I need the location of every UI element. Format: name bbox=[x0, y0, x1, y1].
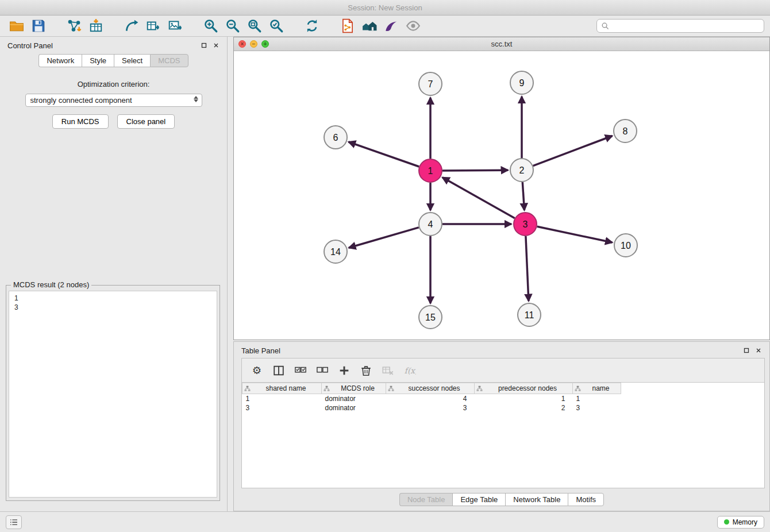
edge-3-10[interactable] bbox=[537, 226, 613, 242]
zoom-window-button[interactable]: + bbox=[261, 40, 269, 48]
delete-table-button[interactable] bbox=[379, 363, 397, 378]
table-tab-motifs[interactable]: Motifs bbox=[568, 493, 604, 506]
document-share-button[interactable] bbox=[337, 17, 359, 34]
brush-button[interactable] bbox=[380, 17, 402, 34]
search-input[interactable] bbox=[613, 22, 760, 30]
column-header-MCDS-role[interactable]: MCDS role bbox=[322, 383, 386, 394]
node-7[interactable]: 7 bbox=[419, 72, 442, 95]
minimize-window-button[interactable]: − bbox=[250, 40, 257, 48]
search-box[interactable] bbox=[596, 19, 764, 33]
control-panel-tabs: NetworkStyleSelectMCDS bbox=[0, 54, 227, 67]
toolbar-group bbox=[337, 17, 424, 34]
export-network-button[interactable] bbox=[121, 17, 143, 34]
column-header-successor-nodes[interactable]: successor nodes bbox=[386, 383, 475, 394]
eye-button[interactable] bbox=[402, 17, 424, 34]
edge-1-2[interactable] bbox=[442, 170, 508, 171]
tab-select[interactable]: Select bbox=[114, 54, 150, 67]
table-tab-node-table[interactable]: Node Table bbox=[399, 493, 453, 506]
node-15[interactable]: 15 bbox=[419, 306, 442, 329]
add-button[interactable] bbox=[335, 363, 353, 378]
edge-4-14[interactable] bbox=[349, 228, 419, 248]
split-panel-button[interactable] bbox=[270, 363, 288, 378]
column-header-predecessor-nodes[interactable]: predecessor nodes bbox=[475, 383, 573, 394]
close-window-button[interactable]: × bbox=[238, 40, 246, 48]
close-panel-button[interactable]: Close panel bbox=[117, 114, 175, 129]
tab-style[interactable]: Style bbox=[82, 54, 114, 67]
edge-3-1[interactable] bbox=[442, 178, 515, 218]
panel-list-button[interactable] bbox=[6, 515, 22, 529]
table-panel-float-button[interactable] bbox=[743, 347, 750, 354]
run-mcds-button[interactable]: Run MCDS bbox=[52, 114, 109, 129]
tab-mcds[interactable]: MCDS bbox=[150, 54, 188, 67]
table-area: ⚙f(x) shared nameMCDS rolesuccessor node… bbox=[241, 358, 765, 488]
tab-network[interactable]: Network bbox=[38, 54, 82, 67]
select-all-button[interactable] bbox=[291, 363, 310, 378]
edge-2-8[interactable] bbox=[533, 136, 613, 166]
table-row[interactable]: 3dominator323 bbox=[242, 403, 621, 413]
zoom-in-button[interactable] bbox=[200, 17, 222, 34]
delete-button[interactable] bbox=[357, 363, 375, 378]
node-14[interactable]: 14 bbox=[324, 240, 347, 263]
cell-predecessor-nodes: 1 bbox=[475, 394, 573, 403]
edge-1-6[interactable] bbox=[349, 142, 419, 167]
unselect-all-icon bbox=[316, 364, 329, 377]
table-tab-edge-table[interactable]: Edge Table bbox=[452, 493, 505, 506]
refresh-button[interactable] bbox=[301, 17, 323, 34]
function-button[interactable]: f(x) bbox=[401, 363, 419, 378]
toolbar-group bbox=[200, 17, 287, 34]
table-panel: Table Panel ⚙f(x) shared nameMCDS rolesu… bbox=[233, 341, 770, 511]
houses-button[interactable] bbox=[359, 17, 380, 34]
control-panel-float-button[interactable] bbox=[201, 42, 207, 49]
cell-successor-nodes: 3 bbox=[386, 403, 475, 413]
import-table-button[interactable] bbox=[85, 17, 107, 34]
node-3[interactable]: 3 bbox=[514, 213, 537, 236]
node-1[interactable]: 1 bbox=[419, 159, 442, 182]
node-2[interactable]: 2 bbox=[510, 159, 533, 182]
node-10[interactable]: 10 bbox=[614, 234, 637, 257]
save-button[interactable] bbox=[28, 17, 49, 34]
criterion-dropdown[interactable]: strongly connected component bbox=[25, 94, 202, 107]
edge-2-3[interactable] bbox=[522, 182, 524, 210]
network-window-titlebar[interactable]: scc.txt × − + bbox=[234, 37, 769, 51]
node-11[interactable]: 11 bbox=[518, 303, 541, 326]
unselect-all-button[interactable] bbox=[313, 363, 332, 378]
cell-shared-name: 3 bbox=[242, 403, 322, 413]
memory-button[interactable]: Memory bbox=[717, 516, 764, 529]
node-6[interactable]: 6 bbox=[324, 126, 347, 149]
zoom-selected-icon bbox=[269, 18, 284, 33]
eye-icon bbox=[406, 18, 421, 33]
export-image-button[interactable] bbox=[164, 17, 186, 34]
open-folder-button[interactable] bbox=[6, 17, 28, 34]
node-9[interactable]: 9 bbox=[510, 71, 533, 94]
export-table-button[interactable] bbox=[143, 17, 164, 34]
node-label: 8 bbox=[623, 126, 628, 136]
export-network-icon bbox=[124, 18, 139, 33]
zoom-fit-button[interactable] bbox=[244, 17, 265, 34]
cell-name: 1 bbox=[573, 394, 621, 403]
node-4[interactable]: 4 bbox=[419, 213, 442, 236]
cell-MCDS-role: dominator bbox=[322, 403, 386, 413]
save-icon bbox=[31, 18, 46, 33]
control-panel-header: Control Panel bbox=[0, 37, 227, 54]
gear-button[interactable]: ⚙ bbox=[248, 363, 266, 378]
mcds-result-value: 3 bbox=[14, 303, 211, 312]
add-icon bbox=[338, 364, 351, 377]
table-row[interactable]: 1dominator411 bbox=[242, 394, 621, 403]
edge-3-11[interactable] bbox=[526, 236, 529, 301]
network-canvas[interactable]: 7968124314101511 bbox=[234, 51, 769, 340]
zoom-selected-button[interactable] bbox=[265, 17, 287, 34]
column-label: name bbox=[592, 384, 609, 392]
node-8[interactable]: 8 bbox=[614, 119, 637, 142]
control-panel-close-button[interactable] bbox=[213, 42, 220, 49]
column-header-name[interactable]: name bbox=[573, 383, 621, 394]
node-label: 10 bbox=[621, 241, 631, 250]
mcds-result-list[interactable]: 13 bbox=[9, 291, 217, 498]
zoom-out-button[interactable] bbox=[222, 17, 244, 34]
tree-icon bbox=[575, 385, 581, 392]
table-tab-network-table[interactable]: Network Table bbox=[505, 493, 568, 506]
table-panel-close-button[interactable] bbox=[755, 347, 762, 354]
import-network-button[interactable] bbox=[63, 17, 85, 34]
node-label: 7 bbox=[428, 79, 433, 89]
column-header-shared-name[interactable]: shared name bbox=[242, 383, 322, 394]
statusbar: Memory bbox=[0, 511, 770, 532]
